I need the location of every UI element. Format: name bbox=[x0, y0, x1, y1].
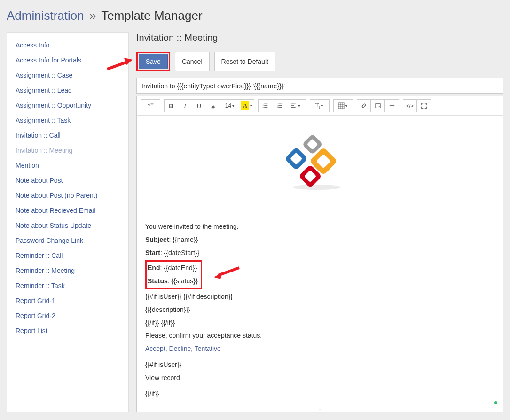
page-header: Administration » Template Manager bbox=[0, 0, 510, 32]
svg-rect-12 bbox=[291, 104, 295, 104]
svg-rect-14 bbox=[291, 107, 295, 108]
sidebar-item-16[interactable]: Reminder :: Task bbox=[7, 278, 128, 293]
svg-point-31 bbox=[292, 185, 341, 190]
subject-input[interactable] bbox=[136, 78, 503, 94]
template-title: Invitation :: Meeting bbox=[136, 32, 503, 43]
admin-link[interactable]: Administration bbox=[7, 8, 84, 23]
eraser-button[interactable] bbox=[206, 99, 220, 112]
ol-button[interactable]: 123 bbox=[272, 99, 286, 112]
svg-rect-8 bbox=[278, 107, 282, 108]
cond2-line: {{/if}} {{/if}} bbox=[145, 318, 488, 329]
breadcrumb-separator: » bbox=[89, 8, 96, 23]
insert-text-dropdown[interactable]: TI ▼ bbox=[310, 99, 330, 112]
logo-image bbox=[145, 122, 488, 204]
view-record-line: View record bbox=[145, 373, 488, 384]
sidebar-item-1[interactable]: Access Info for Portals bbox=[7, 53, 128, 68]
description-line: {{{description}}} bbox=[145, 304, 488, 316]
main-panel: Invitation :: Meeting Save Cancel Reset … bbox=[136, 32, 503, 412]
sidebar-item-18[interactable]: Report Grid-2 bbox=[7, 308, 128, 323]
reset-button[interactable]: Reset to Default bbox=[214, 52, 275, 71]
svg-rect-3 bbox=[264, 105, 267, 106]
accept-link[interactable]: Accept bbox=[145, 345, 165, 352]
horizontal-rule bbox=[145, 208, 488, 208]
editor-content[interactable]: You were invited to the meeting. Subject… bbox=[137, 116, 503, 407]
sidebar-item-7[interactable]: Invitation :: Meeting bbox=[7, 143, 128, 158]
svg-rect-7 bbox=[278, 105, 282, 106]
editor: B I U 14 ▼ A ▼ 123 bbox=[136, 96, 503, 412]
svg-point-21 bbox=[377, 104, 377, 105]
end-line: End: {{dateEnd}} bbox=[148, 263, 198, 274]
hr-button[interactable] bbox=[385, 99, 399, 112]
sidebar-item-6[interactable]: Invitation :: Call bbox=[7, 128, 128, 143]
subject-line: Subject: {{name}} bbox=[145, 234, 488, 246]
sidebar-item-15[interactable]: Reminder :: Meeting bbox=[7, 263, 128, 278]
resize-handle[interactable]: ≡ bbox=[137, 407, 503, 412]
svg-rect-22 bbox=[389, 105, 394, 106]
color-button[interactable]: A ▼ bbox=[240, 99, 254, 112]
code-button[interactable]: </> bbox=[403, 99, 417, 112]
confirm-line: Please, confirm your acceptance status. bbox=[145, 330, 488, 342]
save-button[interactable]: Save bbox=[139, 54, 168, 69]
tentative-link[interactable]: Tentative bbox=[195, 345, 221, 352]
cancel-button[interactable]: Cancel bbox=[175, 52, 210, 71]
sidebar-item-9[interactable]: Note about Post bbox=[7, 173, 128, 188]
svg-rect-13 bbox=[291, 105, 294, 106]
sidebar-item-11[interactable]: Note about Recieved Email bbox=[7, 203, 128, 218]
fullscreen-button[interactable] bbox=[417, 99, 431, 112]
sidebar-item-2[interactable]: Assignment :: Case bbox=[7, 68, 128, 83]
svg-text:3: 3 bbox=[276, 106, 277, 108]
style-dropdown[interactable] bbox=[141, 99, 160, 112]
svg-rect-6 bbox=[278, 104, 282, 104]
end-status-highlight-annotation: End: {{dateEnd}} Status: {{status}} bbox=[145, 260, 202, 289]
sidebar-item-0[interactable]: Access Info bbox=[7, 38, 128, 53]
footer: © 2019 EspoCRM bbox=[0, 412, 510, 420]
svg-rect-1 bbox=[264, 104, 267, 104]
save-highlight-annotation: Save bbox=[136, 52, 170, 71]
accept-links: Accept, Decline, Tentative bbox=[145, 343, 488, 355]
sidebar-item-3[interactable]: Assignment :: Lead bbox=[7, 83, 128, 98]
svg-rect-5 bbox=[264, 107, 267, 108]
action-buttons: Save Cancel Reset to Default bbox=[136, 52, 503, 71]
sidebar-item-12[interactable]: Note about Status Update bbox=[7, 218, 128, 233]
start-line: Start: {{dateStart}} bbox=[145, 248, 488, 259]
svg-point-2 bbox=[263, 105, 264, 106]
link-button[interactable] bbox=[357, 99, 371, 112]
underline-button[interactable]: U bbox=[192, 99, 206, 112]
italic-button[interactable]: I bbox=[178, 99, 192, 112]
status-line: Status: {{status}} bbox=[148, 276, 198, 287]
sidebar-item-17[interactable]: Report Grid-1 bbox=[7, 293, 128, 308]
svg-rect-15 bbox=[338, 103, 344, 109]
bold-button[interactable]: B bbox=[164, 99, 178, 112]
status-indicator-dot bbox=[494, 401, 497, 404]
image-button[interactable] bbox=[371, 99, 385, 112]
svg-point-0 bbox=[263, 104, 264, 105]
sidebar-item-13[interactable]: Password Change Link bbox=[7, 233, 128, 248]
sidebar-item-8[interactable]: Mention bbox=[7, 158, 128, 173]
sidebar-item-4[interactable]: Assignment :: Opportunity bbox=[7, 98, 128, 113]
cond1-line: {{#if isUser}} {{#if description}} bbox=[145, 291, 488, 303]
sidebar-item-14[interactable]: Reminder :: Call bbox=[7, 248, 128, 263]
page-title: Template Manager bbox=[101, 8, 202, 23]
sidebar: Access InfoAccess Info for PortalsAssign… bbox=[7, 32, 129, 412]
sidebar-item-19[interactable]: Report List bbox=[7, 323, 128, 338]
editor-toolbar: B I U 14 ▼ A ▼ 123 bbox=[137, 96, 503, 116]
intro-line: You were invited to the meeting. bbox=[145, 221, 488, 233]
cond4-line: {{/if}} bbox=[145, 389, 488, 400]
align-dropdown[interactable]: ▼ bbox=[286, 99, 306, 112]
sidebar-item-10[interactable]: Note about Post (no Parent) bbox=[7, 188, 128, 203]
table-dropdown[interactable]: ▼ bbox=[333, 99, 353, 112]
sidebar-item-5[interactable]: Assignment :: Task bbox=[7, 113, 128, 128]
arrow-annotation-box bbox=[211, 263, 242, 282]
decline-link[interactable]: Decline bbox=[169, 345, 191, 352]
svg-point-4 bbox=[263, 107, 264, 108]
ul-button[interactable] bbox=[258, 99, 272, 112]
cond3-line: {{#if isUser}} bbox=[145, 359, 488, 371]
fontsize-dropdown[interactable]: 14 ▼ bbox=[220, 99, 240, 112]
